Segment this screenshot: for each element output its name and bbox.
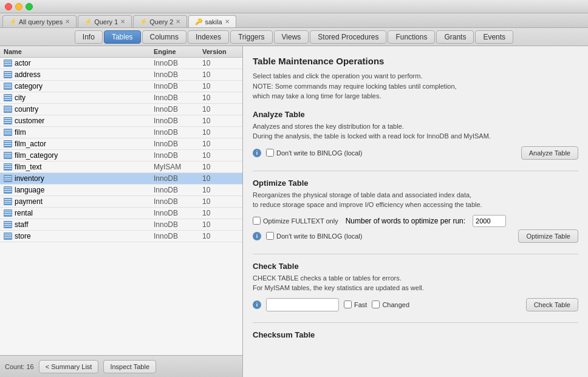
tab-close-icon[interactable]: ✕ <box>120 18 125 25</box>
analyze-desc: Analyzes and stores the key distribution… <box>253 121 578 141</box>
table-row-engine: InnoDB <box>154 93 202 102</box>
check-changed-label[interactable]: Changed <box>372 301 409 308</box>
table-row[interactable]: staff InnoDB 10 <box>0 219 242 231</box>
table-row[interactable]: city InnoDB 10 <box>0 92 242 104</box>
check-controls: i FOR UPGRADE QUICK FAST MEDIUM EXTENDED… <box>253 298 578 311</box>
tab-close-icon[interactable]: ✕ <box>65 18 70 25</box>
table-row-name: film_category <box>15 151 58 160</box>
optimize-fulltext-label[interactable]: Optimize FULLTEXT only <box>253 217 338 225</box>
table-row-version: 10 <box>202 232 239 240</box>
query-tabs-bar: ⚡ All query types ✕ ⚡ Query 1 ✕ ⚡ Query … <box>0 13 588 28</box>
table-row-engine: InnoDB <box>154 59 202 67</box>
left-footer: Count: 16 < Summary List Inspect Table <box>0 355 242 377</box>
table-row-engine: InnoDB <box>154 197 202 206</box>
tab-query-2[interactable]: ⚡ Query 2 ✕ <box>133 15 187 27</box>
table-row-version: 10 <box>202 151 239 160</box>
table-row-engine: InnoDB <box>154 117 202 125</box>
inspect-table-button[interactable]: Inspect Table <box>103 360 156 373</box>
table-row-version: 10 <box>202 186 239 194</box>
table-row[interactable]: country InnoDB 10 <box>0 104 242 115</box>
words-input[interactable] <box>473 215 506 227</box>
table-row[interactable]: film InnoDB 10 <box>0 127 242 138</box>
analyze-binlog-checkbox[interactable] <box>266 149 274 157</box>
optimize-row-1: Optimize FULLTEXT only Number of words t… <box>253 215 578 227</box>
maximize-button[interactable] <box>26 3 33 10</box>
tab-grants[interactable]: Grants <box>436 30 474 44</box>
optimize-binlog-checkbox[interactable] <box>266 232 274 240</box>
check-table-button[interactable]: Check Table <box>526 298 578 311</box>
optimize-fulltext-checkbox[interactable] <box>253 217 261 225</box>
analyze-binlog-label[interactable]: Don't write to BINLOG (local) <box>266 149 362 157</box>
tab-close-icon[interactable]: ✕ <box>225 18 230 25</box>
query-tab-icon: ⚡ <box>84 18 92 25</box>
table-row[interactable]: category InnoDB 10 <box>0 81 242 92</box>
table-row-icon <box>4 198 12 205</box>
tab-close-icon[interactable]: ✕ <box>176 18 180 25</box>
summary-list-button[interactable]: < Summary List <box>39 360 99 373</box>
check-fast-checkbox[interactable] <box>344 301 352 308</box>
query-tab-label: Query 1 <box>94 18 118 25</box>
tab-stored-procedures[interactable]: Stored Procedures <box>310 30 386 44</box>
table-row-version: 10 <box>202 117 239 125</box>
tab-indexes[interactable]: Indexes <box>188 30 229 44</box>
table-row[interactable]: actor InnoDB 10 <box>0 58 242 69</box>
table-row-engine: InnoDB <box>154 174 202 183</box>
tab-tables[interactable]: Tables <box>104 30 141 44</box>
tab-events[interactable]: Events <box>475 30 513 44</box>
analyze-info-icon: i <box>253 149 261 157</box>
check-dropdown[interactable]: FOR UPGRADE QUICK FAST MEDIUM EXTENDED C… <box>266 298 339 311</box>
table-row-engine: MyISAM <box>154 163 202 171</box>
table-list-header: Name Engine Version <box>0 46 242 58</box>
table-row[interactable]: rental InnoDB 10 <box>0 208 242 219</box>
check-fast-label[interactable]: Fast <box>344 301 367 308</box>
tab-sakila[interactable]: 🔑 sakila ✕ <box>188 15 236 27</box>
table-row-icon <box>4 163 12 171</box>
table-row-version: 10 <box>202 220 239 229</box>
tab-all-query-types[interactable]: ⚡ All query types ✕ <box>2 15 77 27</box>
minimize-button[interactable] <box>15 3 22 10</box>
tab-functions[interactable]: Functions <box>388 30 435 44</box>
table-row[interactable]: customer InnoDB 10 <box>0 115 242 127</box>
table-row-name: actor <box>15 59 31 67</box>
tab-views[interactable]: Views <box>274 30 309 44</box>
table-row-icon <box>4 140 12 148</box>
table-row[interactable]: film_text MyISAM 10 <box>0 161 242 173</box>
table-row-version: 10 <box>202 70 239 79</box>
table-row-icon <box>4 94 12 101</box>
check-changed-checkbox[interactable] <box>372 301 380 308</box>
table-row-engine: InnoDB <box>154 70 202 79</box>
table-row[interactable]: language InnoDB 10 <box>0 185 242 196</box>
table-row-version: 10 <box>202 140 239 148</box>
tab-columns[interactable]: Columns <box>142 30 186 44</box>
title-bar <box>0 0 588 13</box>
table-row-name: address <box>15 70 41 79</box>
checksum-section: Checksum Table <box>253 330 578 339</box>
table-row-icon <box>4 175 12 182</box>
table-row-name: rental <box>15 209 33 217</box>
table-row[interactable]: store InnoDB 10 <box>0 231 242 242</box>
table-row[interactable]: inventory InnoDB 10 <box>0 173 242 185</box>
table-row-name: language <box>15 186 44 194</box>
table-row-engine: InnoDB <box>154 128 202 137</box>
table-row-name: staff <box>15 220 28 229</box>
table-row-version: 10 <box>202 174 239 183</box>
maintenance-title: Table Maintenance Operations <box>253 56 578 66</box>
close-button[interactable] <box>5 3 12 10</box>
tab-triggers[interactable]: Triggers <box>230 30 273 44</box>
main-content: Name Engine Version actor InnoDB 10 addr… <box>0 46 588 377</box>
table-row[interactable]: payment InnoDB 10 <box>0 196 242 208</box>
table-row-version: 10 <box>202 93 239 102</box>
table-row[interactable]: film_actor InnoDB 10 <box>0 138 242 150</box>
table-row[interactable]: film_category InnoDB 10 <box>0 150 242 161</box>
analyze-title: Analyze Table <box>253 110 578 119</box>
optimize-title: Optimize Table <box>253 178 578 188</box>
analyze-table-button[interactable]: Analyze Table <box>521 146 578 160</box>
optimize-binlog-label[interactable]: Don't write to BINLOG (local) <box>266 232 362 240</box>
tab-query-1[interactable]: ⚡ Query 1 ✕ <box>78 15 132 27</box>
optimize-table-button[interactable]: Optimize Table <box>518 229 578 243</box>
optimize-section: Optimize Table Reorganizes the physical … <box>253 178 578 243</box>
tab-info[interactable]: Info <box>75 30 103 44</box>
table-list-body: actor InnoDB 10 address InnoDB 10 catego… <box>0 58 242 355</box>
table-row[interactable]: address InnoDB 10 <box>0 69 242 81</box>
col-header-engine: Engine <box>154 48 202 55</box>
